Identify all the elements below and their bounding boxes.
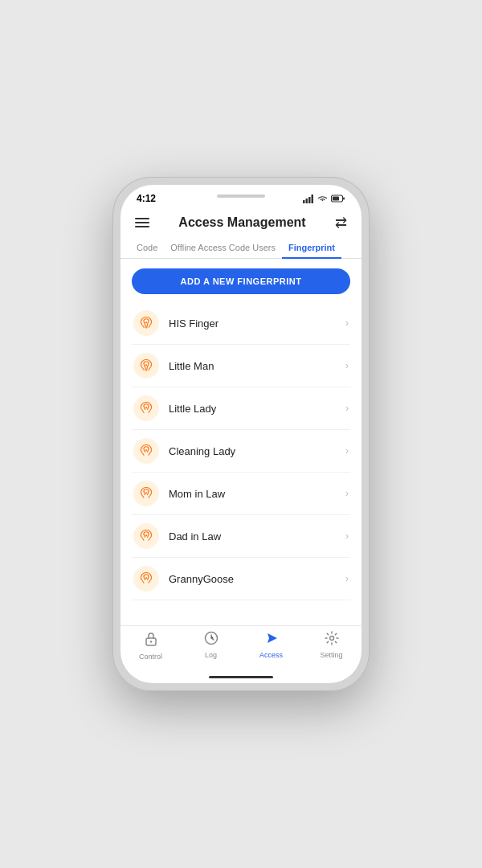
fingerprint-icon-2 — [133, 353, 159, 379]
svg-point-8 — [145, 364, 147, 366]
fingerprint-name-4: Cleaning Lady — [169, 445, 345, 457]
list-item[interactable]: GrannyGoose › — [132, 558, 350, 600]
nav-access[interactable]: Access — [241, 631, 301, 661]
nav-setting-label: Setting — [320, 651, 342, 659]
svg-rect-1 — [306, 199, 308, 203]
home-bar — [209, 676, 273, 678]
phone-screen: 4:12 — [120, 185, 362, 683]
svg-point-10 — [145, 449, 147, 451]
list-item[interactable]: Little Lady › — [132, 387, 350, 430]
fingerprint-icon-3 — [133, 395, 159, 421]
clock-icon — [204, 631, 219, 649]
phone-device: 4:12 — [112, 177, 370, 691]
svg-point-11 — [145, 492, 147, 493]
nav-access-label: Access — [259, 651, 283, 659]
list-item[interactable]: Mom in Law › — [132, 473, 350, 515]
chevron-icon-5: › — [345, 488, 349, 499]
svg-rect-3 — [312, 194, 314, 203]
list-item[interactable]: Cleaning Lady › — [132, 430, 350, 473]
gear-icon — [325, 631, 339, 649]
nav-control-label: Control — [139, 653, 162, 661]
switch-icon[interactable]: ⇄ — [335, 214, 347, 231]
fingerprint-icon-4 — [133, 438, 159, 464]
chevron-icon-6: › — [345, 530, 349, 542]
status-icons — [303, 194, 345, 203]
fingerprint-name-5: Mom in Law — [169, 488, 345, 500]
svg-rect-0 — [303, 200, 305, 203]
nav-setting[interactable]: Setting — [301, 631, 362, 661]
fingerprint-name-7: GrannyGoose — [169, 573, 345, 585]
tab-code[interactable]: Code — [130, 238, 164, 258]
nav-log-label: Log — [205, 651, 217, 659]
menu-icon[interactable] — [135, 218, 149, 227]
svg-point-12 — [145, 534, 147, 536]
svg-marker-17 — [268, 633, 277, 643]
tab-offline[interactable]: Offline Access Code Users — [164, 238, 282, 258]
bottom-nav: Control Log Access — [120, 625, 362, 670]
list-item[interactable]: Dad in Law › — [132, 515, 350, 558]
fingerprint-icon-1 — [133, 310, 159, 336]
fingerprint-icon-7 — [133, 566, 159, 592]
signal-icon — [303, 194, 314, 203]
home-indicator — [120, 670, 362, 683]
battery-icon — [331, 194, 345, 203]
chevron-icon-7: › — [345, 573, 349, 584]
page-title: Access Management — [178, 215, 305, 230]
arrow-icon — [264, 631, 279, 649]
svg-point-15 — [149, 641, 151, 642]
chevron-icon-3: › — [345, 403, 349, 414]
nav-control[interactable]: Control — [120, 631, 181, 661]
header: Access Management ⇄ — [120, 207, 362, 238]
fingerprint-name-6: Dad in Law — [169, 530, 345, 542]
svg-rect-6 — [333, 197, 339, 201]
fingerprint-name-2: Little Man — [169, 360, 345, 372]
speaker-bar — [217, 194, 265, 198]
fingerprint-list: HIS Finger › — [132, 302, 350, 600]
svg-point-18 — [329, 637, 333, 641]
tab-bar: Code Offline Access Code Users Fingerpri… — [120, 238, 362, 259]
fingerprint-name-3: Little Lady — [169, 403, 345, 415]
svg-rect-5 — [343, 198, 345, 200]
lock-icon — [144, 631, 158, 651]
chevron-icon-1: › — [345, 317, 349, 329]
content-area: ADD A NEW FINGERPRINT — [120, 259, 362, 625]
svg-point-13 — [145, 577, 147, 579]
fingerprint-icon-6 — [133, 523, 159, 549]
svg-point-7 — [145, 321, 147, 323]
list-item[interactable]: HIS Finger › — [132, 302, 350, 345]
status-time: 4:12 — [137, 193, 156, 204]
nav-log[interactable]: Log — [181, 631, 241, 661]
wifi-icon — [317, 194, 328, 203]
list-item[interactable]: Little Man › — [132, 345, 350, 387]
chevron-icon-4: › — [345, 445, 349, 457]
svg-rect-2 — [308, 197, 311, 203]
tab-fingerprint[interactable]: Fingerprint — [282, 238, 341, 259]
add-fingerprint-button[interactable]: ADD A NEW FINGERPRINT — [132, 268, 350, 294]
svg-point-9 — [145, 407, 147, 408]
fingerprint-name-1: HIS Finger — [169, 317, 345, 330]
fingerprint-icon-5 — [133, 481, 159, 506]
chevron-icon-2: › — [345, 360, 349, 371]
